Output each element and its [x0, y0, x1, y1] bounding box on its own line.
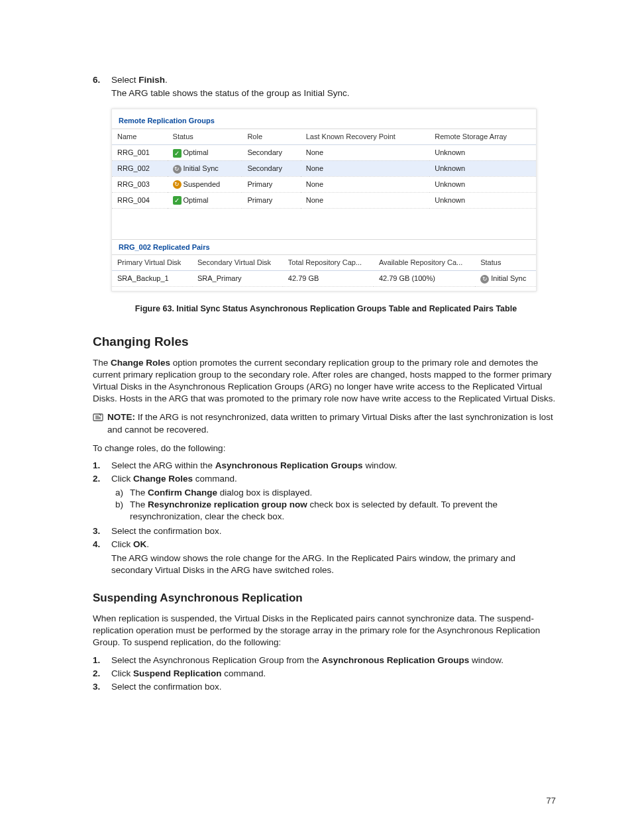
text: Select the Asynchronous Replication Grou… [111, 655, 321, 665]
optimal-icon [173, 196, 182, 205]
step-number: 4. [93, 539, 111, 551]
step-number: 2. [93, 473, 111, 524]
cell-lrp: None [301, 145, 430, 161]
text-bold: Change Roles [111, 358, 170, 368]
cell-role: Secondary [242, 160, 300, 176]
col-lrp: Last Known Recovery Point [301, 129, 430, 144]
text: command. [222, 668, 266, 678]
text-bold: Suspend Replication [133, 668, 222, 678]
cell-rsa: Unknown [429, 145, 536, 161]
paragraph: When replication is suspended, the Virtu… [93, 613, 559, 649]
step-body: Click OK. [111, 539, 559, 551]
cell-lrp: None [301, 160, 430, 176]
sync-icon [173, 165, 182, 174]
sus-step-2: 2. Click Suspend Replication command. [93, 668, 559, 680]
note-icon [93, 412, 107, 426]
cell-name: RRG_004 [112, 192, 168, 208]
step-body: Select Finish. [111, 74, 559, 86]
cr-step-4-detail: The ARG window shows the role change for… [111, 552, 559, 576]
col-name: Name [112, 129, 168, 144]
cell-role: Secondary [242, 145, 300, 161]
heading-changing-roles: Changing Roles [93, 333, 559, 350]
step-body: Select the Asynchronous Replication Grou… [111, 655, 559, 666]
text: Click [111, 668, 133, 678]
pairs-table: Primary Virtual Disk Secondary Virtual D… [112, 255, 536, 287]
text: The [130, 488, 148, 498]
table-row[interactable]: RRG_004 Optimal Primary None Unknown [112, 192, 536, 208]
cell-name: RRG_002 [112, 160, 168, 176]
text: Click [111, 474, 133, 484]
step-body: Click Suspend Replication command. [111, 668, 559, 680]
cell-total: 42.79 GB [283, 271, 374, 287]
col-status: Status [168, 129, 242, 144]
pairs-title: RRG_002 Replicated Pairs [112, 239, 536, 256]
text: The [130, 499, 148, 509]
text-bold: Asynchronous Replication Groups [215, 460, 363, 470]
figure-title: Remote Replication Groups [112, 113, 536, 129]
col-avail: Available Repository Ca... [374, 255, 475, 270]
table-row[interactable]: RRG_002 Initial Sync Secondary None Unkn… [112, 160, 536, 176]
text: dialog box is displayed. [217, 488, 312, 498]
sub-body: The Resynchronize replication group now … [130, 499, 559, 523]
arg-table: Name Status Role Last Known Recovery Poi… [112, 129, 536, 208]
table-row[interactable]: RRG_001 Optimal Secondary None Unknown [112, 145, 536, 161]
text: window. [363, 460, 397, 470]
suspended-icon [173, 180, 182, 189]
text: . [165, 75, 168, 85]
optimal-icon [173, 149, 182, 158]
col-stat: Status [475, 255, 536, 270]
text: command. [193, 474, 237, 484]
cell-rsa: Unknown [429, 160, 536, 176]
cell-rsa: Unknown [429, 192, 536, 208]
note-body: NOTE: If the ARG is not resynchronized, … [107, 411, 559, 435]
text-bold: Resynchronize replication group now [148, 499, 307, 509]
sub-marker: b) [115, 499, 130, 523]
heading-suspending: Suspending Asynchronous Replication [93, 591, 559, 606]
step-number: 3. [93, 681, 111, 693]
cell-status: Suspended [168, 176, 242, 192]
step-6-detail: The ARG table shows the status of the gr… [111, 87, 559, 99]
step-number: 6. [93, 74, 111, 86]
col-role: Role [242, 129, 300, 144]
step-6: 6. Select Finish. [93, 74, 559, 86]
cell-role: Primary [242, 192, 300, 208]
cell-name: RRG_001 [112, 145, 168, 161]
cell-pvd: SRA_Backup_1 [112, 271, 192, 287]
col-pvd: Primary Virtual Disk [112, 255, 192, 270]
table-row[interactable]: SRA_Backup_1 SRA_Primary 42.79 GB 42.79 … [112, 271, 536, 287]
cell-status: Optimal [168, 145, 242, 161]
text-bold: Finish [138, 75, 165, 85]
sub-marker: a) [115, 487, 130, 499]
figure-caption: Figure 63. Initial Sync Status Asynchron… [93, 303, 559, 315]
sub-list: a) The Confirm Change dialog box is disp… [115, 487, 559, 523]
text: Select the ARG within the [111, 460, 215, 470]
text: The [93, 358, 111, 368]
cell-avail: 42.79 GB (100%) [374, 271, 475, 287]
table-row[interactable]: RRG_003 Suspended Primary None Unknown [112, 176, 536, 192]
col-total: Total Repository Cap... [283, 255, 374, 270]
text-bold: Change Roles [133, 474, 193, 484]
col-rsa: Remote Storage Array [429, 129, 536, 144]
sus-step-1: 1. Select the Asynchronous Replication G… [93, 655, 559, 666]
note-label: NOTE: [107, 412, 135, 422]
step-number: 2. [93, 668, 111, 680]
text: Click [111, 539, 133, 549]
cell-lrp: None [301, 176, 430, 192]
cell-svd: SRA_Primary [192, 271, 283, 287]
text-bold: Confirm Change [148, 488, 217, 498]
cell-rsa: Unknown [429, 176, 536, 192]
step-number: 1. [93, 655, 111, 666]
text-bold: OK [133, 539, 146, 549]
step-number: 1. [93, 460, 111, 472]
text: . [146, 539, 149, 549]
note-text: If the ARG is not resynchronized, data w… [107, 412, 553, 434]
cr-step-2: 2. Click Change Roles command. a) The Co… [93, 473, 559, 524]
cr-step-4: 4. Click OK. [93, 539, 559, 551]
cell-role: Primary [242, 176, 300, 192]
paragraph: The Change Roles option promotes the cur… [93, 357, 559, 405]
text: window. [469, 655, 503, 665]
figure-63: Remote Replication Groups Name Status Ro… [111, 109, 537, 291]
cell-lrp: None [301, 192, 430, 208]
cell-status: Initial Sync [168, 160, 242, 176]
step-body: Select the confirmation box. [111, 681, 559, 693]
